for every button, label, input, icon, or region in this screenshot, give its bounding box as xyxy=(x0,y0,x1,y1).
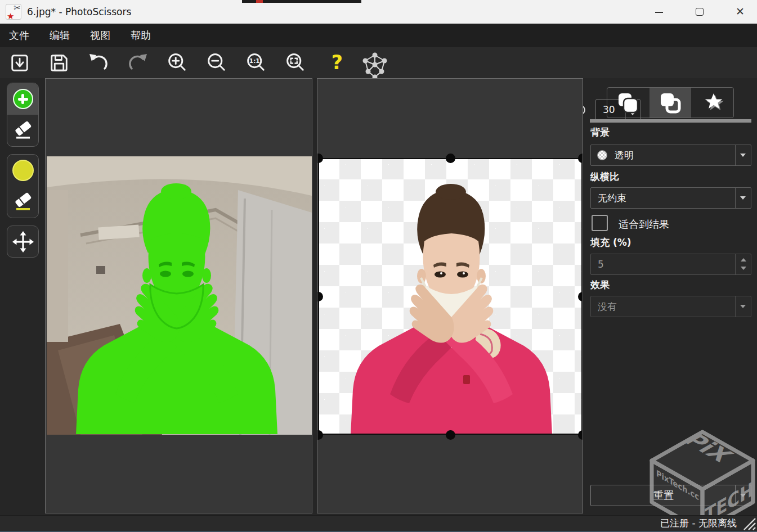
tab-background[interactable] xyxy=(607,88,650,118)
star-icon xyxy=(700,91,725,115)
reset-button[interactable]: 重置 xyxy=(590,485,751,506)
aspect-ratio-value: 无约束 xyxy=(598,188,626,208)
window-title: 6.jpg* - PhotoScissors xyxy=(27,0,131,24)
background-window-sliver xyxy=(242,0,361,3)
title-bar: ✂ ★ 6.jpg* - PhotoScissors ✕ xyxy=(0,0,757,24)
foreground-eraser-tool[interactable] xyxy=(7,115,38,146)
foreground-marker-tool[interactable] xyxy=(7,83,38,115)
save-icon xyxy=(47,51,71,75)
selection-handle-top-left[interactable] xyxy=(317,154,323,163)
refine-markers-button[interactable] xyxy=(359,50,389,76)
transparent-swatch-icon xyxy=(597,150,607,160)
layers-filled-icon xyxy=(616,92,640,114)
move-tool[interactable] xyxy=(7,226,38,258)
reset-dropdown-button[interactable] xyxy=(735,485,751,506)
red-star-icon: ★ xyxy=(7,11,14,21)
tab-effects[interactable] xyxy=(691,88,733,118)
chevron-down-icon xyxy=(740,154,746,157)
redo-icon xyxy=(126,51,150,76)
menu-bar: 文件 编辑 视图 帮助 xyxy=(0,24,757,47)
move-tool-group xyxy=(7,226,39,258)
maximize-button[interactable] xyxy=(683,0,716,24)
open-icon xyxy=(8,51,32,75)
selection-handle-mid-left[interactable] xyxy=(317,292,323,301)
menu-view[interactable]: 视图 xyxy=(87,24,114,47)
zoom-fit-icon xyxy=(284,51,307,75)
zoom-actual-button[interactable]: 1:1 xyxy=(243,50,269,76)
close-button[interactable]: ✕ xyxy=(724,0,756,24)
background-value: 透明 xyxy=(615,145,634,165)
zoom-actual-icon: 1:1 xyxy=(244,51,268,75)
padding-spinbox[interactable]: 5 xyxy=(590,254,751,275)
close-icon: ✕ xyxy=(724,0,756,24)
background-select[interactable]: 透明 xyxy=(590,145,751,166)
svg-text:1:1: 1:1 xyxy=(249,57,260,64)
background-eraser-tool[interactable] xyxy=(7,186,38,218)
undo-button[interactable] xyxy=(85,50,111,76)
undo-icon xyxy=(86,51,111,76)
scissors-icon: ✂ xyxy=(14,3,21,13)
foreground-tool-group xyxy=(7,83,39,147)
padding-value: 5 xyxy=(598,254,604,274)
tab-foreground[interactable] xyxy=(650,88,692,118)
menu-file[interactable]: 文件 xyxy=(6,24,33,47)
background-label: 背景 xyxy=(590,126,610,139)
minimize-button[interactable] xyxy=(643,0,675,24)
reset-label: 重置 xyxy=(591,485,736,506)
app-icon: ✂ ★ xyxy=(6,4,21,20)
registration-status: 已注册 - 无限离线 xyxy=(660,516,737,531)
chevron-down-icon xyxy=(740,494,746,497)
move-arrows-icon xyxy=(12,231,34,253)
effect-label: 效果 xyxy=(590,278,610,291)
background-marker-tool[interactable] xyxy=(7,155,38,186)
original-photo xyxy=(47,156,312,435)
eraser-white-icon xyxy=(12,120,34,141)
sidebar-tabs xyxy=(607,87,734,118)
effect-select[interactable]: 没有 xyxy=(590,296,751,317)
spin-up-icon[interactable] xyxy=(741,258,746,262)
fit-to-result-checkbox[interactable] xyxy=(592,215,608,231)
menu-help[interactable]: 帮助 xyxy=(127,24,154,47)
spin-down-icon[interactable] xyxy=(741,267,746,270)
open-button[interactable] xyxy=(7,50,33,76)
status-bar: 已注册 - 无限离线 xyxy=(0,515,757,532)
chevron-down-icon xyxy=(740,196,746,200)
chevron-down-icon xyxy=(740,305,746,308)
menu-edit[interactable]: 编辑 xyxy=(46,24,73,47)
selection-handle-bottom-center[interactable] xyxy=(446,430,455,440)
minimize-icon xyxy=(655,12,663,13)
padding-spin-buttons xyxy=(735,254,751,274)
zoom-fit-button[interactable] xyxy=(283,50,308,76)
zoom-in-icon xyxy=(165,51,189,75)
effect-dropdown-button[interactable] xyxy=(735,296,751,317)
background-dropdown-button[interactable] xyxy=(735,145,751,165)
help-button[interactable]: ? xyxy=(324,50,350,76)
aspect-ratio-label: 纵横比 xyxy=(590,170,619,183)
tab-separator-bar xyxy=(590,119,751,123)
zoom-out-button[interactable] xyxy=(204,50,230,76)
selection-handle-bottom-left[interactable] xyxy=(317,430,323,440)
layers-outline-icon xyxy=(658,92,683,114)
selection-frame xyxy=(318,158,583,435)
watermark-top-text: PiX xyxy=(677,430,739,466)
padding-label: 填充 (%) xyxy=(590,236,631,249)
redo-button[interactable] xyxy=(124,50,150,76)
fit-to-result-label: 适合到结果 xyxy=(619,218,669,231)
yellow-circle-icon xyxy=(12,160,34,181)
maximize-icon xyxy=(696,8,704,16)
zoom-in-button[interactable] xyxy=(164,50,190,76)
aspect-ratio-dropdown-button[interactable] xyxy=(735,188,751,208)
zoom-out-icon xyxy=(205,51,229,75)
selection-handle-top-center[interactable] xyxy=(446,154,455,163)
result-image-canvas[interactable] xyxy=(317,78,583,513)
mesh-graph-icon xyxy=(360,51,389,80)
eraser-yellow-icon xyxy=(12,192,34,212)
green-plus-icon xyxy=(13,89,33,109)
effect-value: 没有 xyxy=(598,296,617,317)
save-button[interactable] xyxy=(46,50,72,76)
resize-grip[interactable] xyxy=(742,517,756,530)
toolbar: 1:1 ? xyxy=(0,47,757,78)
original-image-canvas[interactable] xyxy=(45,78,312,513)
aspect-ratio-select[interactable]: 无约束 xyxy=(590,187,751,209)
background-window-red-icon xyxy=(256,0,263,3)
